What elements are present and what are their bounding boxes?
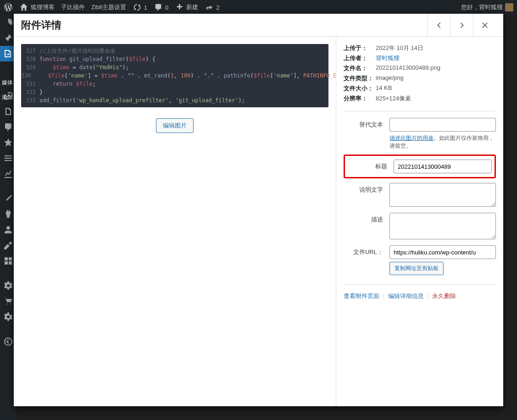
uploaded-on-value: 2022年 10月 14日 <box>376 44 423 52</box>
description-label: 描述 <box>344 213 389 224</box>
caption-label: 说明文字 <box>344 183 389 194</box>
view-attachment-link[interactable]: 查看附件页面 <box>344 293 379 299</box>
updates[interactable]: 1 <box>133 3 147 12</box>
comments[interactable]: 0 <box>154 3 168 12</box>
chevron-left-icon <box>435 21 443 29</box>
alt-input[interactable] <box>389 118 496 132</box>
prev-button[interactable] <box>427 14 450 37</box>
admin-bar: 狐狸博客 子比插件 Zibll主题设置 1 0 新建 2 您好，背时狐狸 <box>0 0 517 15</box>
update-icon <box>133 3 142 12</box>
url-input[interactable] <box>389 245 496 259</box>
title-label: 标题 <box>348 160 394 171</box>
alt-hint-link[interactable]: 描述此图片的用途 <box>389 135 434 141</box>
plugin-link[interactable]: 子比插件 <box>61 3 85 11</box>
filesize-value: 14 KB <box>376 84 392 93</box>
alt-label: 替代文本 <box>344 118 389 129</box>
list-icon <box>4 154 13 163</box>
comment-icon <box>154 3 163 12</box>
gear-icon-2 <box>4 312 13 321</box>
page-icon <box>4 107 13 116</box>
filetype-value: image/png <box>376 74 404 83</box>
site-name[interactable]: 狐狸博客 <box>19 3 55 12</box>
comments-icon <box>4 122 13 132</box>
dimensions-label: 分辨率： <box>344 94 376 103</box>
collapse-icon <box>4 337 13 346</box>
chevron-right-icon <box>458 21 466 29</box>
plugin-icon <box>4 210 13 219</box>
greeting[interactable]: 您好，背时狐狸 <box>461 3 513 11</box>
chart-icon <box>4 169 13 178</box>
dashboard-icon <box>4 18 13 27</box>
title-highlight: 标题 <box>344 155 496 178</box>
description-input[interactable] <box>389 213 496 239</box>
wp-logo[interactable] <box>4 3 13 12</box>
next-button[interactable] <box>450 14 473 37</box>
home-icon <box>19 3 28 12</box>
title-input[interactable] <box>394 160 492 173</box>
dimensions-value: 825×124像素 <box>376 94 411 103</box>
pin-icon <box>4 33 13 43</box>
caption-input[interactable] <box>389 183 496 207</box>
close-button[interactable] <box>473 14 496 37</box>
close-icon <box>481 21 489 29</box>
svg-point-0 <box>5 338 12 345</box>
link-icon <box>205 3 214 12</box>
wrench-icon <box>4 241 13 250</box>
modal-title: 附件详情 <box>21 18 427 32</box>
layout-icon <box>4 256 13 265</box>
edit-image-button[interactable]: 编辑图片 <box>156 118 194 133</box>
filetype-label: 文件类型： <box>344 74 376 83</box>
gear-icon <box>4 281 13 290</box>
delete-link[interactable]: 永久删除 <box>432 293 456 299</box>
new-content[interactable]: 新建 <box>175 3 198 12</box>
filesize-label: 文件大小： <box>344 84 376 93</box>
theme-settings-link[interactable]: Zibll主题设置 <box>91 3 126 11</box>
divider <box>344 111 496 111</box>
filename-label: 文件名： <box>344 64 376 72</box>
pushpin-icon <box>4 138 13 147</box>
attachment-preview: 327//上传文件/图片按时间重命名328function git_upload… <box>14 37 336 406</box>
links-count[interactable]: 2 <box>205 3 219 12</box>
attachment-details-panel: 上传于：2022年 10月 14日 上传者：背时狐狸 文件名：202210141… <box>336 37 503 406</box>
url-label: 文件URL： <box>344 245 389 256</box>
cart-icon <box>4 297 13 306</box>
media-icon <box>4 49 13 58</box>
modal-header: 附件详情 <box>14 14 503 37</box>
filename-value: 2022101413000489.png <box>376 64 440 72</box>
user-icon <box>4 225 13 234</box>
action-links: 查看附件页面 | 编辑详细信息 | 永久删除 <box>344 284 496 300</box>
uploader-link[interactable]: 背时狐狸 <box>376 54 400 62</box>
uploaded-on-label: 上传于： <box>344 44 376 52</box>
uploader-label: 上传者： <box>344 54 376 62</box>
copy-url-button[interactable]: 复制网址至剪贴板 <box>389 262 444 275</box>
edit-details-link[interactable]: 编辑详细信息 <box>388 293 424 299</box>
avatar <box>505 3 513 11</box>
alt-hint: 描述此图片的用途。如此图片仅作装饰用，请留空。 <box>389 134 496 150</box>
plus-icon <box>175 3 184 12</box>
attachment-details-modal: 附件详情 327//上传文件/图片按时间重命名328function git_u… <box>14 14 503 406</box>
code-preview-image: 327//上传文件/图片按时间重命名328function git_upload… <box>21 44 328 107</box>
brush-icon <box>4 194 13 203</box>
wordpress-icon <box>4 3 13 12</box>
